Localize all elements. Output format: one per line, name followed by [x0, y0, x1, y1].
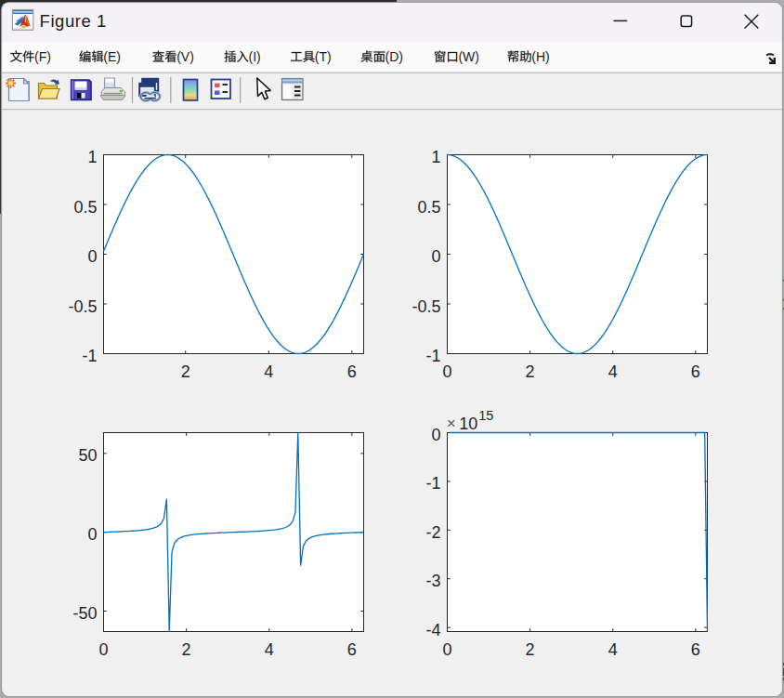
svg-text:2: 2: [181, 362, 190, 381]
svg-text:-0.5: -0.5: [68, 297, 97, 316]
svg-text:4: 4: [608, 362, 618, 381]
svg-text:-4: -4: [425, 621, 440, 639]
svg-text:15: 15: [478, 408, 493, 423]
svg-text:-1: -1: [425, 474, 440, 493]
svg-text:50: 50: [78, 446, 97, 465]
svg-text:-1: -1: [82, 347, 97, 365]
svg-text:0: 0: [431, 247, 440, 266]
svg-text:4: 4: [264, 362, 273, 381]
svg-text:0: 0: [442, 362, 451, 381]
svg-text:6: 6: [691, 362, 700, 381]
svg-text:2: 2: [526, 640, 535, 659]
svg-text:Figure 1: Figure 1: [40, 11, 107, 31]
svg-text:0.5: 0.5: [73, 198, 97, 217]
svg-text:10: 10: [459, 415, 477, 433]
svg-text:6: 6: [691, 640, 700, 659]
svg-text:0: 0: [431, 426, 440, 444]
svg-text:(E): (E): [103, 49, 121, 64]
svg-text:0: 0: [442, 640, 451, 659]
svg-text:0: 0: [98, 640, 108, 659]
svg-text:1: 1: [87, 148, 97, 166]
svg-text:0: 0: [87, 525, 97, 544]
svg-text:-2: -2: [425, 523, 440, 542]
svg-text:0.5: 0.5: [417, 198, 440, 217]
svg-text:(V): (V): [176, 49, 194, 64]
svg-text:6: 6: [347, 640, 357, 659]
svg-text:(I): (I): [249, 49, 261, 64]
svg-text:-1: -1: [425, 347, 440, 365]
svg-text:4: 4: [265, 640, 274, 659]
svg-text:(W): (W): [458, 49, 479, 64]
svg-text:-0.5: -0.5: [412, 297, 440, 316]
svg-text:2: 2: [182, 640, 191, 659]
svg-text:(H): (H): [531, 49, 549, 64]
svg-text:×: ×: [447, 415, 456, 432]
svg-text:(F): (F): [34, 49, 51, 64]
svg-text:(D): (D): [385, 49, 403, 64]
svg-text:(T): (T): [315, 49, 332, 64]
svg-text:6: 6: [347, 362, 357, 381]
svg-text:0: 0: [87, 247, 97, 266]
svg-text:2: 2: [526, 362, 535, 381]
svg-text:4: 4: [608, 640, 618, 659]
svg-text:-50: -50: [72, 604, 97, 623]
svg-text:-3: -3: [425, 572, 440, 590]
svg-text:1: 1: [431, 148, 440, 166]
